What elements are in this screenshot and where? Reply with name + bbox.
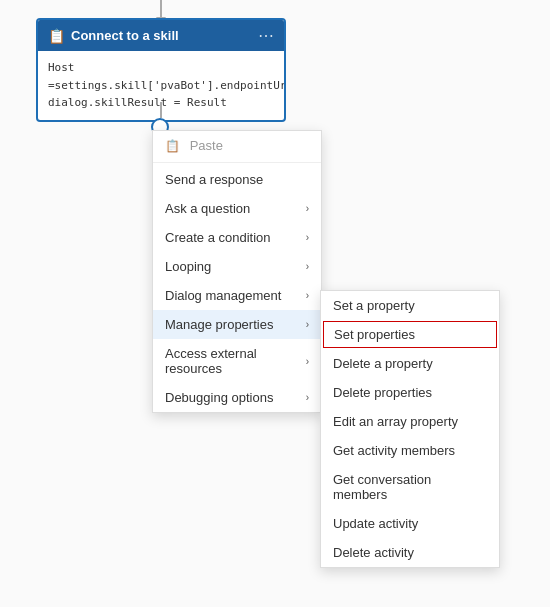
submenu-item-get-activity-members-label: Get activity members <box>333 443 455 458</box>
node-title: Connect to a skill <box>71 28 179 43</box>
menu-item-looping[interactable]: Looping › <box>153 252 321 281</box>
menu-item-ask-question-label: Ask a question <box>165 201 250 216</box>
submenu-item-set-property[interactable]: Set a property <box>321 291 499 320</box>
menu-item-create-condition[interactable]: Create a condition › <box>153 223 321 252</box>
menu-item-manage-properties[interactable]: Manage properties › <box>153 310 321 339</box>
chevron-icon: › <box>306 392 309 403</box>
menu-item-send-response[interactable]: Send a response <box>153 165 321 194</box>
submenu-item-delete-properties-label: Delete properties <box>333 385 432 400</box>
submenu-item-set-properties-label: Set properties <box>334 327 415 342</box>
submenu-item-get-conversation-members[interactable]: Get conversation members <box>321 465 499 509</box>
chevron-icon: › <box>306 290 309 301</box>
menu-item-send-response-label: Send a response <box>165 172 263 187</box>
menu-item-access-external[interactable]: Access external resources › <box>153 339 321 383</box>
chevron-icon: › <box>306 356 309 367</box>
connector-below <box>160 102 162 118</box>
menu-item-dialog-management[interactable]: Dialog management › <box>153 281 321 310</box>
paste-label: Paste <box>190 138 223 153</box>
menu-item-paste: 📋 Paste <box>153 131 321 160</box>
chevron-icon: › <box>306 261 309 272</box>
submenu-item-edit-array[interactable]: Edit an array property <box>321 407 499 436</box>
menu-item-ask-question[interactable]: Ask a question › <box>153 194 321 223</box>
submenu-item-set-properties[interactable]: Set properties <box>323 321 497 348</box>
submenu-item-get-activity-members[interactable]: Get activity members <box>321 436 499 465</box>
menu-item-access-external-label: Access external resources <box>165 346 306 376</box>
submenu-item-delete-property-label: Delete a property <box>333 356 433 371</box>
submenu-item-update-activity-label: Update activity <box>333 516 418 531</box>
node-header: 📋 Connect to a skill ⋯ <box>38 20 284 51</box>
chevron-icon: › <box>306 319 309 330</box>
menu-item-debugging-label: Debugging options <box>165 390 273 405</box>
canvas: 📋 Connect to a skill ⋯ Host =settings.sk… <box>0 0 550 607</box>
node-header-left: 📋 Connect to a skill <box>48 28 179 44</box>
paste-icon: 📋 <box>165 139 180 153</box>
menu-item-looping-label: Looping <box>165 259 211 274</box>
menu-item-debugging[interactable]: Debugging options › <box>153 383 321 412</box>
submenu-item-delete-activity-label: Delete activity <box>333 545 414 560</box>
submenu-item-edit-array-label: Edit an array property <box>333 414 458 429</box>
connector-arrow-top <box>160 0 162 18</box>
node-icon: 📋 <box>48 28 65 44</box>
submenu-item-get-conversation-members-label: Get conversation members <box>333 472 487 502</box>
menu-item-create-condition-label: Create a condition <box>165 230 271 245</box>
chevron-icon: › <box>306 203 309 214</box>
context-menu: 📋 Paste Send a response Ask a question ›… <box>152 130 322 413</box>
menu-item-manage-properties-label: Manage properties <box>165 317 273 332</box>
menu-item-dialog-management-label: Dialog management <box>165 288 281 303</box>
submenu-item-set-property-label: Set a property <box>333 298 415 313</box>
submenu-manage-properties: Set a property Set properties Delete a p… <box>320 290 500 568</box>
node-line1: Host =settings.skill['pvaBot'].endpointU… <box>48 59 274 94</box>
menu-separator <box>153 162 321 163</box>
submenu-item-update-activity[interactable]: Update activity <box>321 509 499 538</box>
submenu-item-delete-activity[interactable]: Delete activity <box>321 538 499 567</box>
submenu-item-delete-properties[interactable]: Delete properties <box>321 378 499 407</box>
submenu-item-delete-property[interactable]: Delete a property <box>321 349 499 378</box>
chevron-icon: › <box>306 232 309 243</box>
node-options-icon[interactable]: ⋯ <box>258 26 274 45</box>
